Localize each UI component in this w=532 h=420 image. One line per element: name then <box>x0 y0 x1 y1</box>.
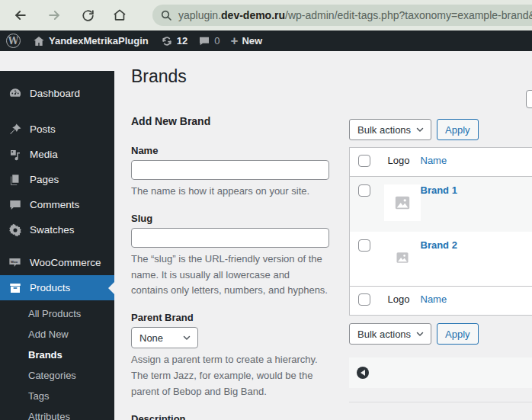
browser-refresh-icon[interactable] <box>78 5 98 25</box>
search-brands-input[interactable] <box>526 90 532 108</box>
slug-label: Slug <box>131 213 329 224</box>
plus-icon: + <box>230 34 238 47</box>
sidebar-item-woocommerce[interactable]: Woo WooCommerce <box>0 250 114 275</box>
updates-count: 12 <box>177 35 187 46</box>
admin-bar-comments[interactable]: 0 <box>198 35 220 47</box>
row-checkbox[interactable] <box>358 184 370 197</box>
wp-admin-bar: W YandexMetrikaPlugin 12 0 + New <box>0 30 532 51</box>
brands-list: Bulk actions Apply Logo Name <box>349 119 532 402</box>
bulk-actions-select[interactable]: Bulk actions <box>349 119 431 140</box>
apply-button[interactable]: Apply <box>437 119 479 140</box>
chevron-down-icon <box>182 333 191 342</box>
select-all-checkbox[interactable] <box>358 155 370 167</box>
brand-name-link[interactable]: Brand 1 <box>421 184 457 196</box>
search-icon <box>160 9 172 21</box>
carousel-band <box>349 357 532 388</box>
bulk-actions-value: Bulk actions <box>357 329 411 340</box>
browser-forward-icon[interactable] <box>44 5 64 25</box>
admin-bar-site-link[interactable]: YandexMetrikaPlugin <box>33 35 149 47</box>
address-bar[interactable]: yaplugin.dev-demo.ru/wp-admin/edit-tags.… <box>152 5 532 26</box>
browser-back-icon[interactable] <box>11 5 30 25</box>
sidebar-item-label: WooCommerce <box>30 257 101 268</box>
sidebar-item-pages[interactable]: Pages <box>0 167 114 192</box>
bulk-actions-row-bottom: Bulk actions Apply <box>349 323 532 345</box>
table-row: Brand 2 <box>350 232 532 287</box>
admin-bar-site-name: YandexMetrikaPlugin <box>49 35 149 46</box>
svg-text:Woo: Woo <box>11 260 18 264</box>
sidebar-item-products[interactable]: Products <box>0 275 114 300</box>
comment-bubble-icon <box>8 197 22 212</box>
sidebar-item-label: Posts <box>30 123 56 135</box>
brand-name-link[interactable]: Brand 2 <box>421 239 457 251</box>
new-label: New <box>242 35 262 46</box>
products-icon <box>8 281 22 295</box>
submenu-brands[interactable]: Brands <box>0 345 114 365</box>
section-divider <box>349 402 532 402</box>
name-label: Name <box>131 145 329 156</box>
bulk-actions-select[interactable]: Bulk actions <box>349 323 431 345</box>
column-footer-logo: Logo <box>378 287 421 316</box>
sidebar-item-swatches[interactable]: Swatches <box>0 217 114 242</box>
add-brand-form: Add New Brand Name The name is how it ap… <box>131 115 329 420</box>
wordpress-admin-window: yaplugin.dev-demo.ru/wp-admin/edit-tags.… <box>0 0 532 420</box>
sidebar-item-label: Swatches <box>30 224 75 236</box>
form-section-title: Add New Brand <box>131 115 329 127</box>
media-icon <box>8 147 22 162</box>
select-all-checkbox[interactable] <box>358 293 370 306</box>
home-icon <box>33 35 45 47</box>
comments-bubble-icon <box>198 35 210 47</box>
column-header-logo: Logo <box>378 148 421 177</box>
sidebar-item-posts[interactable]: Posts <box>0 117 114 142</box>
column-footer-name[interactable]: Name <box>421 287 532 316</box>
previous-arrow-button[interactable] <box>357 367 369 379</box>
slug-input[interactable] <box>131 228 329 248</box>
brand-logo-placeholder <box>384 239 421 276</box>
dashboard-icon <box>8 86 22 101</box>
sidebar-item-dashboard[interactable]: Dashboard <box>0 81 114 106</box>
chevron-down-icon <box>415 329 425 338</box>
wordpress-logo-icon[interactable]: W <box>6 34 21 48</box>
bulk-actions-value: Bulk actions <box>357 124 411 136</box>
products-submenu: All Products Add New Brands Categories T… <box>0 300 114 420</box>
main-content: Brands Add New Brand Name The name is ho… <box>114 51 532 420</box>
address-url: yaplugin.dev-demo.ru/wp-admin/edit-tags.… <box>178 9 532 21</box>
pages-icon <box>8 172 22 187</box>
admin-sidebar-menu: Dashboard Posts Media Pages Comments <box>0 71 114 420</box>
sidebar-item-label: Products <box>30 282 70 293</box>
submenu-tags[interactable]: Tags <box>0 386 114 406</box>
sidebar-item-media[interactable]: Media <box>0 142 114 167</box>
submenu-all-products[interactable]: All Products <box>0 303 114 324</box>
comments-count: 0 <box>214 35 220 46</box>
sidebar-item-label: Pages <box>30 174 59 185</box>
name-help-text: The name is how it appears on your site. <box>131 184 329 200</box>
admin-bar-updates[interactable]: 12 <box>161 35 187 47</box>
sidebar-separator <box>0 106 114 117</box>
woocommerce-icon: Woo <box>8 255 22 270</box>
page-title: Brands <box>131 66 187 87</box>
pushpin-icon <box>8 122 22 136</box>
parent-brand-value: None <box>139 332 163 344</box>
sidebar-item-label: Comments <box>30 199 79 210</box>
apply-button[interactable]: Apply <box>437 323 479 345</box>
left-triangle-icon <box>361 370 365 376</box>
gear-icon <box>8 223 22 237</box>
brands-table: Logo Name Brand 1 <box>349 147 532 316</box>
description-label: Description <box>131 413 329 420</box>
brand-logo-placeholder <box>384 184 421 221</box>
browser-toolbar: yaplugin.dev-demo.ru/wp-admin/edit-tags.… <box>0 0 532 30</box>
row-checkbox[interactable] <box>358 239 370 252</box>
submenu-categories[interactable]: Categories <box>0 365 114 386</box>
parent-brand-select[interactable]: None <box>131 327 198 348</box>
admin-bar-new-button[interactable]: + New <box>230 34 262 47</box>
sidebar-item-comments[interactable]: Comments <box>0 192 114 217</box>
submenu-attributes[interactable]: Attributes <box>0 406 114 420</box>
column-header-name[interactable]: Name <box>421 148 532 177</box>
sidebar-separator <box>0 242 114 250</box>
submenu-add-new[interactable]: Add New <box>0 324 114 345</box>
parent-brand-help-text: Assign a parent term to create a hierarc… <box>131 352 329 399</box>
sidebar-item-label: Media <box>30 149 58 160</box>
table-footer-row: Logo Name <box>350 287 532 316</box>
slug-help-text: The “slug” is the URL-friendly version o… <box>131 252 329 299</box>
browser-home-icon[interactable] <box>110 5 130 25</box>
name-input[interactable] <box>131 160 329 180</box>
